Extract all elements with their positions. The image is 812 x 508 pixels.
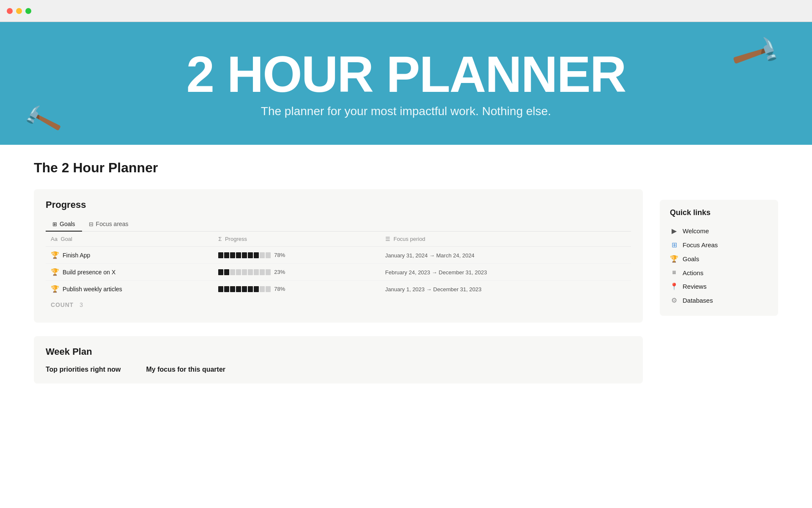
progress-block <box>260 269 265 275</box>
col-extra <box>610 232 631 247</box>
trophy-icon: 🏆 <box>51 251 59 259</box>
progress-block <box>224 286 229 292</box>
table-row[interactable]: 🏆Finish App78%January 31, 2024 → March 2… <box>46 247 631 264</box>
quick-link-goals[interactable]: 🏆Goals <box>670 252 768 266</box>
quick-link-label: Goals <box>683 255 699 262</box>
quick-link-icon: 📍 <box>670 282 678 290</box>
progress-block <box>236 269 241 275</box>
hero-title: 2 HOUR PLANNER <box>187 49 626 99</box>
progress-block <box>248 252 253 258</box>
progress-tabs: ⊞ Goals ⊟ Focus areas <box>46 217 631 232</box>
hammer-left-icon: 🔨 <box>21 100 64 141</box>
quick-link-reviews[interactable]: 📍Reviews <box>670 279 768 293</box>
quick-link-actions[interactable]: ≡Actions <box>670 266 768 279</box>
goal-cell: 🏆Finish App <box>46 247 213 264</box>
progress-block <box>224 252 229 258</box>
trophy-icon: 🏆 <box>51 285 59 293</box>
progress-block <box>236 286 241 292</box>
quick-link-focus-areas[interactable]: ⊞Focus Areas <box>670 238 768 252</box>
quick-link-icon: ≡ <box>670 269 678 276</box>
quick-links-card: Quick links ▶Welcome⊞Focus Areas🏆Goals≡A… <box>660 200 778 316</box>
main-content: The 2 Hour Planner Progress ⊞ Goals ⊟ Fo… <box>0 145 812 397</box>
my-focus-heading: My focus for this quarter <box>146 366 225 373</box>
titlebar <box>0 0 812 22</box>
page-title: The 2 Hour Planner <box>34 160 643 176</box>
quick-link-databases[interactable]: ⚙Databases <box>670 293 768 307</box>
date-range: January 1, 2023 → December 31, 2023 <box>385 286 482 293</box>
progress-cell: 78% <box>213 281 380 298</box>
progress-block <box>236 252 241 258</box>
my-focus-col: My focus for this quarter <box>146 366 225 373</box>
count-row: COUNT 3 <box>46 297 631 312</box>
progress-block <box>266 269 271 275</box>
progress-block <box>224 269 229 275</box>
progress-block <box>254 286 259 292</box>
col-focus-period: ☰ Focus period <box>380 232 610 247</box>
tab-goals[interactable]: ⊞ Goals <box>46 217 82 232</box>
progress-block <box>230 252 235 258</box>
progress-pct: 23% <box>274 269 289 275</box>
left-panel: The 2 Hour Planner Progress ⊞ Goals ⊟ Fo… <box>34 145 643 397</box>
progress-block <box>260 286 265 292</box>
progress-section: Progress ⊞ Goals ⊟ Focus areas Aa <box>34 189 643 323</box>
goal-cell: 🏆Build presence on X <box>46 264 213 281</box>
trophy-icon: 🏆 <box>51 268 59 276</box>
quick-link-icon: ▶ <box>670 227 678 235</box>
quick-link-label: Databases <box>683 297 713 304</box>
progress-block <box>254 269 259 275</box>
cal-icon: ☰ <box>385 236 390 242</box>
col-progress: Σ Progress <box>213 232 380 247</box>
quick-link-label: Actions <box>683 269 703 276</box>
progress-block <box>260 252 265 258</box>
col-goal: Aa Goal <box>46 232 213 247</box>
goal-label: Build presence on X <box>63 269 115 276</box>
quick-link-icon: ⚙ <box>670 296 678 304</box>
goals-tab-icon: ⊞ <box>52 221 57 227</box>
goals-table: Aa Goal Σ Progress ☰ Focus period <box>46 232 631 312</box>
progress-heading: Progress <box>46 199 631 210</box>
quick-link-label: Welcome <box>683 227 709 235</box>
goal-cell: 🏆Publish weekly articles <box>46 281 213 298</box>
table-row[interactable]: 🏆Publish weekly articles78%January 1, 20… <box>46 281 631 298</box>
extra-cell <box>610 247 631 264</box>
quick-link-icon: ⊞ <box>670 241 678 249</box>
goal-label: Finish App <box>63 252 90 259</box>
week-plan-columns: Top priorities right now My focus for th… <box>46 366 631 373</box>
goals-tab-label: Goals <box>60 221 75 227</box>
quick-link-label: Focus Areas <box>683 241 718 248</box>
close-button[interactable] <box>7 8 13 14</box>
date-cell: January 1, 2023 → December 31, 2023 <box>380 281 610 298</box>
progress-block <box>218 269 223 275</box>
progress-block <box>242 286 247 292</box>
extra-cell <box>610 281 631 298</box>
progress-block <box>242 269 247 275</box>
progress-cell: 23% <box>213 264 380 281</box>
top-priorities-col: Top priorities right now <box>46 366 121 373</box>
progress-block <box>248 269 253 275</box>
sigma-icon: Σ <box>218 236 222 242</box>
quick-link-icon: 🏆 <box>670 255 678 263</box>
date-cell: January 31, 2024 → March 24, 2024 <box>380 247 610 264</box>
table-header-row: Aa Goal Σ Progress ☰ Focus period <box>46 232 631 247</box>
progress-block <box>266 252 271 258</box>
week-plan-section: Week Plan Top priorities right now My fo… <box>34 336 643 384</box>
quick-link-welcome[interactable]: ▶Welcome <box>670 224 768 238</box>
progress-block <box>218 252 223 258</box>
right-panel-content: Quick links ▶Welcome⊞Focus Areas🏆Goals≡A… <box>660 200 778 316</box>
extra-cell <box>610 264 631 281</box>
tab-focus-areas[interactable]: ⊟ Focus areas <box>82 217 135 232</box>
date-cell: February 24, 2023 → December 31, 2023 <box>380 264 610 281</box>
quick-link-label: Reviews <box>683 283 707 290</box>
progress-block <box>242 252 247 258</box>
progress-block <box>230 269 235 275</box>
focus-tab-icon: ⊟ <box>89 221 93 227</box>
progress-block <box>248 286 253 292</box>
date-range: February 24, 2023 → December 31, 2023 <box>385 269 487 276</box>
hero-banner: 🔨 2 HOUR PLANNER The planner for your mo… <box>0 22 812 145</box>
table-row[interactable]: 🏆Build presence on X23%February 24, 2023… <box>46 264 631 281</box>
progress-block <box>218 286 223 292</box>
count-label: COUNT <box>51 301 74 308</box>
minimize-button[interactable] <box>16 8 22 14</box>
maximize-button[interactable] <box>25 8 31 14</box>
progress-pct: 78% <box>274 286 289 292</box>
